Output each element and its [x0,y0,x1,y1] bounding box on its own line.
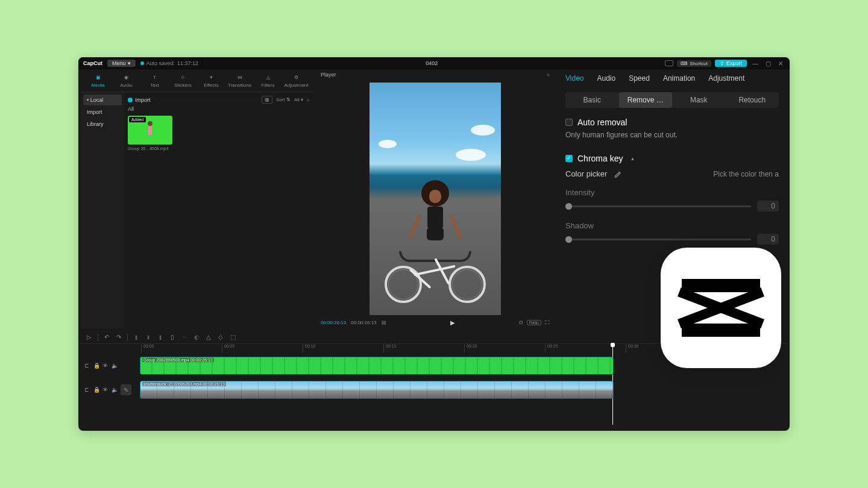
record-tool[interactable]: ○ [181,334,188,341]
track-link-icon[interactable]: ⊏ [84,363,90,369]
track-link-icon[interactable]: ⊏ [84,387,90,393]
tab-text[interactable]: TText [141,72,168,89]
play-button[interactable]: ▶ [391,319,514,326]
tab-stickers[interactable]: ☺Stickers [169,72,197,89]
sidebar-item-local[interactable]: • Local [83,95,122,105]
auto-removal-desc: Only human figures can be cut out. [565,131,779,139]
picker-hint: Pick the color then a [713,170,779,178]
tab-effects[interactable]: ✦Effects [198,72,225,89]
layout-icon[interactable] [665,60,673,66]
media-thumbnail[interactable]: Added [128,116,172,145]
tab-filters[interactable]: ◬Filters [254,72,281,89]
tab-transitions[interactable]: ⋈Transitions [226,72,253,89]
track-eye-icon[interactable]: 👁 [102,387,108,393]
fullscreen-icon[interactable]: ⛶ [545,320,550,325]
search-icon[interactable]: ⌕ [307,97,310,102]
transitions-icon: ⋈ [236,73,244,81]
text-icon: T [151,73,159,81]
shadow-label: Shadow [565,221,779,230]
subtab-mask[interactable]: Mask [672,92,726,108]
pointer-tool[interactable]: ▷ [86,334,93,341]
subtab-retouch[interactable]: Retouch [726,92,779,108]
project-title: 0402 [203,60,660,66]
adjustment-icon: ⚙ [292,73,301,81]
track-eye-icon[interactable]: 👁 [102,363,108,369]
media-panel: ▣Media ◉Audio TText ☺Stickers ✦Effects ⋈… [81,69,313,328]
sort-button[interactable]: Sort ⇅ [276,97,291,102]
ratio-button[interactable]: Ratio [527,320,541,325]
split-left-tool[interactable]: ⫾ [145,334,152,341]
track-lock-icon[interactable]: 🔒 [93,387,99,393]
clip-overlay[interactable]: Group 2082898508.mp4 00:00:26:13 [140,357,614,375]
collapse-icon[interactable]: ▲ [630,156,635,161]
intensity-label: Intensity [565,188,779,197]
section-header: All [128,106,310,112]
track-mute-icon[interactable]: 🔈 [112,387,118,393]
app-logo: CapCut [83,60,102,66]
autosave-status: Auto saved: 11:37:12 [140,60,199,66]
scale-icon[interactable]: ⊡ [519,320,523,325]
redo-button[interactable]: ↷ [115,334,122,341]
titlebar: CapCut Menu ▾ Auto saved: 11:37:12 0402 … [78,57,790,69]
split-right-tool[interactable]: ⫿ [157,334,164,341]
split-tool[interactable]: ⫿ [133,334,140,341]
track-edit-icon[interactable]: ✎ [121,384,131,395]
sidebar-item-library[interactable]: Library [83,119,122,130]
delete-tool[interactable]: ▯ [169,334,176,341]
subtab-remove[interactable]: Remove … [619,92,673,108]
tab-audio[interactable]: ◉Audio [113,72,140,89]
preview-area[interactable] [316,80,555,317]
chroma-key-title: Chroma key [577,154,623,163]
rtab-speed[interactable]: Speed [629,72,650,85]
reverse-tool[interactable]: ◐ [193,334,200,341]
intensity-value[interactable]: 0 [757,201,779,211]
player-menu-icon[interactable]: ≡ [547,72,550,78]
rtab-audio[interactable]: Audio [597,72,615,85]
rtab-video[interactable]: Video [565,72,583,85]
audio-icon: ◉ [122,73,131,81]
menu-button[interactable]: Menu ▾ [107,60,136,67]
chevron-down-icon: ▾ [128,60,131,66]
intensity-slider[interactable] [565,205,751,207]
chroma-key-checkbox[interactable] [565,155,573,162]
maximize-button[interactable]: ▢ [764,60,773,67]
shadow-slider[interactable] [565,239,751,240]
media-icon: ▣ [94,73,102,81]
grid-view-icon[interactable]: ▦ [262,96,272,104]
track-lock-icon[interactable]: 🔒 [93,363,99,369]
import-button[interactable]: Import [128,97,151,103]
time-current: 00:00:26:13 [321,320,346,325]
crop-tool[interactable]: ⬚ [229,334,236,341]
tab-adjustment[interactable]: ⚙Adjustment [283,72,310,89]
stickers-icon: ☺ [179,73,187,81]
close-button[interactable]: ✕ [776,60,785,67]
undo-button[interactable]: ↶ [103,334,110,341]
thumbnail-filename: Group 20…8508.mp4 [128,146,310,151]
rotate-tool[interactable]: ◇ [217,334,224,341]
upload-icon: ⇪ [720,60,725,66]
autosave-dot-icon [140,61,144,65]
color-picker-label: Color picker [565,169,607,178]
export-button[interactable]: ⇪ Export [715,60,747,67]
mirror-tool[interactable]: △ [205,334,212,341]
rtab-animation[interactable]: Animation [663,72,695,85]
player-title: Player [321,72,336,78]
shadow-value[interactable]: 0 [757,234,779,245]
plus-icon [128,98,133,102]
tab-media[interactable]: ▣Media [84,72,112,89]
auto-removal-title: Auto removal [577,117,627,127]
clip-main[interactable]: shutterstock_2132696283.mp4 00:00:26:13 [140,381,614,399]
keyboard-icon: ⌨ [681,61,688,66]
filter-button[interactable]: All ▾ [294,97,303,102]
subtab-basic[interactable]: Basic [565,92,619,108]
auto-removal-checkbox[interactable] [565,119,573,126]
eyedropper-icon[interactable] [613,170,621,178]
minimize-button[interactable]: — [750,60,760,67]
quality-icon[interactable]: ▤ [382,320,386,325]
shortcut-button[interactable]: ⌨ Shortcut [677,60,711,67]
sidebar-item-import[interactable]: Import [83,107,122,117]
effects-icon: ✦ [207,73,216,81]
rtab-adjustment[interactable]: Adjustment [708,72,744,85]
track-mute-icon[interactable]: 🔈 [112,363,118,369]
capcut-app-icon [661,248,781,368]
